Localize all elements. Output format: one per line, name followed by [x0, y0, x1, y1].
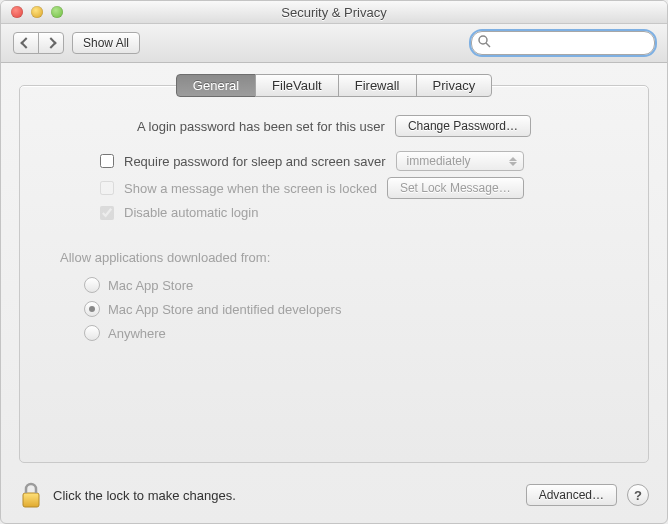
chevron-right-icon	[45, 37, 56, 48]
gatekeeper-option-mas-identified: Mac App Store and identified developers	[60, 297, 608, 321]
tab-privacy[interactable]: Privacy	[416, 74, 493, 97]
tab-general[interactable]: General	[176, 74, 256, 97]
window-controls	[1, 6, 63, 18]
require-password-label: Require password for sleep and screen sa…	[124, 154, 386, 169]
toolbar: Show All	[1, 24, 667, 63]
stepper-icon	[509, 157, 517, 166]
svg-rect-2	[23, 493, 39, 507]
tab-filevault[interactable]: FileVault	[255, 74, 339, 97]
login-password-status: A login password has been set for this u…	[137, 119, 385, 134]
lock-icon[interactable]	[19, 481, 43, 509]
footer: Click the lock to make changes. Advanced…	[1, 469, 667, 523]
require-password-checkbox[interactable]	[100, 154, 114, 168]
show-all-button[interactable]: Show All	[72, 32, 140, 54]
preferences-window: Security & Privacy Show All General File…	[0, 0, 668, 524]
close-icon[interactable]	[11, 6, 23, 18]
require-password-delay-select[interactable]: immediately	[396, 151, 524, 171]
set-lock-message-button: Set Lock Message…	[387, 177, 524, 199]
titlebar: Security & Privacy	[1, 1, 667, 24]
back-button[interactable]	[13, 32, 39, 54]
tab-firewall[interactable]: Firewall	[338, 74, 417, 97]
gatekeeper-option-anywhere: Anywhere	[60, 321, 608, 345]
change-password-button[interactable]: Change Password…	[395, 115, 531, 137]
gatekeeper-option-label: Mac App Store and identified developers	[108, 302, 341, 317]
chevron-left-icon	[20, 37, 31, 48]
advanced-button[interactable]: Advanced…	[526, 484, 617, 506]
settings-panel: General FileVault Firewall Privacy A log…	[19, 85, 649, 463]
show-message-checkbox	[100, 181, 114, 195]
search-input[interactable]	[471, 31, 655, 55]
radio-icon	[84, 277, 100, 293]
nav-buttons	[13, 32, 64, 54]
window-title: Security & Privacy	[1, 5, 667, 20]
tab-bar: General FileVault Firewall Privacy	[20, 74, 648, 97]
disable-auto-login-label: Disable automatic login	[124, 205, 258, 220]
svg-line-1	[486, 43, 490, 47]
search-icon	[478, 35, 491, 51]
help-button[interactable]: ?	[627, 484, 649, 506]
minimize-icon[interactable]	[31, 6, 43, 18]
zoom-icon[interactable]	[51, 6, 63, 18]
forward-button[interactable]	[38, 32, 64, 54]
radio-icon	[84, 325, 100, 341]
search-field	[471, 31, 655, 55]
gatekeeper-option-mas: Mac App Store	[60, 273, 608, 297]
lock-message: Click the lock to make changes.	[53, 488, 236, 503]
radio-selected-icon	[84, 301, 100, 317]
gatekeeper-option-label: Mac App Store	[108, 278, 193, 293]
show-message-label: Show a message when the screen is locked	[124, 181, 377, 196]
gatekeeper-option-label: Anywhere	[108, 326, 166, 341]
require-password-delay-value: immediately	[407, 154, 471, 168]
svg-point-0	[479, 36, 487, 44]
gatekeeper-heading: Allow applications downloaded from:	[60, 250, 608, 265]
disable-auto-login-checkbox	[100, 206, 114, 220]
